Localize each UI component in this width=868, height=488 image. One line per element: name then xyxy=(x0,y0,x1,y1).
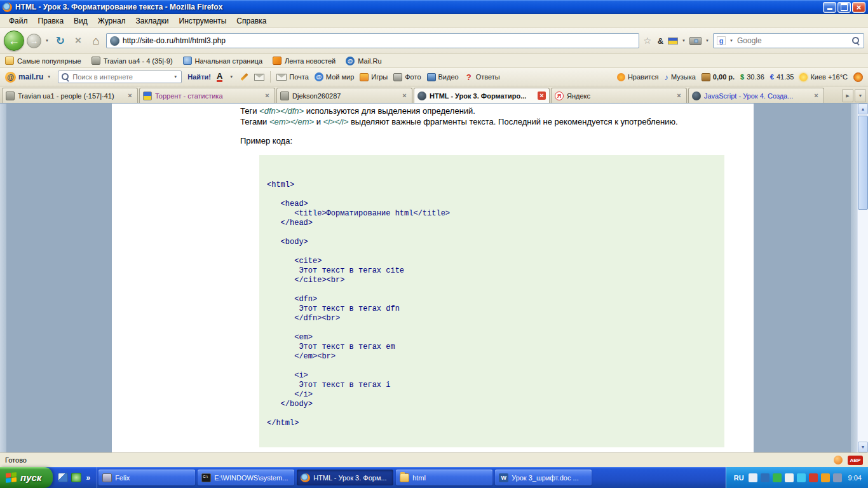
quick-launch-overflow-icon[interactable] xyxy=(85,473,92,482)
tab-scroll-right-icon[interactable] xyxy=(842,89,853,102)
menu-tools[interactable]: Инструменты xyxy=(174,15,232,27)
all-tabs-list-icon[interactable] xyxy=(855,89,866,102)
usd-rate[interactable]: $ 30.36 xyxy=(740,73,764,81)
globe-favicon xyxy=(417,92,426,100)
tray-icon[interactable] xyxy=(785,473,794,482)
tab-djekson[interactable]: Djekson260287 xyxy=(276,88,412,103)
mailru-search-dropdown-icon[interactable] xyxy=(172,74,179,80)
tray-icon[interactable] xyxy=(833,473,842,482)
tray-icon[interactable] xyxy=(809,473,818,482)
menu-bookmarks[interactable]: Закладки xyxy=(131,15,174,27)
screenshot-camera-icon[interactable] xyxy=(689,37,702,45)
translator-flag-icon[interactable] xyxy=(668,37,678,44)
bookmark-news-feed[interactable]: Лента новостей xyxy=(273,57,336,65)
tab-close-icon[interactable] xyxy=(126,92,134,100)
home-button[interactable] xyxy=(88,33,104,48)
menu-view[interactable]: Вид xyxy=(69,15,93,27)
translator-dropdown-icon[interactable] xyxy=(681,37,687,44)
refresh-button[interactable] xyxy=(53,33,68,48)
menu-history[interactable]: Журнал xyxy=(93,15,131,27)
bookmark-mailru[interactable]: Mail.Ru xyxy=(346,57,381,65)
scroll-up-icon[interactable] xyxy=(858,104,868,114)
tab-html-lesson[interactable]: HTML - Урок 3. Форматиро... xyxy=(414,88,550,103)
taskbar-button-cmd[interactable]: E:\WINDOWS\system... xyxy=(198,470,294,485)
tab-close-icon[interactable] xyxy=(675,92,683,100)
mailru-link-music[interactable]: Музыка xyxy=(664,72,695,82)
show-desktop-icon[interactable] xyxy=(58,473,68,482)
mailru-link-photo[interactable]: Фото xyxy=(393,73,421,81)
url-input[interactable] xyxy=(123,36,635,45)
system-tray: RU 9:04 xyxy=(726,467,868,488)
mailru-link-games[interactable]: Игры xyxy=(360,73,388,81)
tab-close-icon[interactable] xyxy=(812,92,820,100)
tray-icon[interactable] xyxy=(761,473,770,482)
tray-icon[interactable] xyxy=(749,473,757,482)
mailru-dropdown-icon[interactable] xyxy=(46,74,52,80)
clock[interactable]: 9:04 xyxy=(848,474,862,482)
bookmark-most-visited[interactable]: Самые популярные xyxy=(5,57,81,65)
taskbar-button-word-doc[interactable]: Урок 3_шрифт.doc ... xyxy=(495,470,592,485)
mailru-search-input[interactable] xyxy=(72,73,170,81)
stop-button[interactable] xyxy=(71,33,86,48)
scroll-down-icon[interactable] xyxy=(858,442,868,452)
taskbar-button-firefox[interactable]: HTML - Урок 3. Форм... xyxy=(297,470,393,485)
games-icon xyxy=(360,73,369,81)
back-button[interactable] xyxy=(4,30,24,51)
bookmark-homepage[interactable]: Начальная страница xyxy=(183,57,262,65)
menu-edit[interactable]: Правка xyxy=(33,15,69,27)
mailru-link-myworld[interactable]: Мой мир xyxy=(315,72,354,81)
quick-launch-app-icon[interactable] xyxy=(71,473,81,482)
menu-help[interactable]: Справка xyxy=(231,15,271,27)
bookmark-star-icon[interactable] xyxy=(642,36,653,46)
tab-close-icon[interactable] xyxy=(538,92,546,100)
addon-status-icon[interactable] xyxy=(834,456,843,464)
taskbar-button-felix[interactable]: Felix xyxy=(98,470,195,485)
pencil-icon[interactable] xyxy=(241,73,248,81)
font-highlight-icon[interactable] xyxy=(217,72,222,83)
eur-value: 41.35 xyxy=(776,73,794,81)
tray-icon[interactable] xyxy=(821,473,830,482)
history-dropdown-icon[interactable] xyxy=(44,37,50,44)
mailru-logo[interactable]: mail.ru xyxy=(5,72,52,83)
tab-yandex[interactable]: Яндекс xyxy=(551,88,687,103)
tab-label: Djekson260287 xyxy=(292,92,397,100)
mailru-link-like[interactable]: Нравится xyxy=(617,73,659,81)
google-engine-icon[interactable] xyxy=(717,36,726,45)
tab-travian[interactable]: Travian ua1 - people (-157|-41) xyxy=(2,88,138,103)
tray-icon[interactable] xyxy=(773,473,782,482)
taskbar-button-html-folder[interactable]: html xyxy=(396,470,492,485)
search-input[interactable] xyxy=(737,36,849,45)
bookmark-travian[interactable]: Travian ua4 - 4 (35|-9) xyxy=(92,57,173,65)
minimize-button[interactable] xyxy=(823,2,836,13)
maximize-button[interactable] xyxy=(837,2,851,13)
mailru-balance[interactable]: 0,00 р. xyxy=(702,73,735,81)
mailru-link-mail[interactable]: Почта xyxy=(276,73,309,81)
search-engine-dropdown-icon[interactable] xyxy=(728,37,735,44)
eur-rate[interactable]: € 41.35 xyxy=(770,73,794,81)
search-magnifier-icon[interactable] xyxy=(851,36,860,45)
screenshot-dropdown-icon[interactable] xyxy=(704,37,710,44)
wallet-icon xyxy=(702,73,710,81)
mailru-link-answers[interactable]: Ответы xyxy=(465,73,500,81)
language-indicator[interactable]: RU xyxy=(734,474,745,482)
mailru-link-video[interactable]: Видео xyxy=(427,73,459,81)
menu-file[interactable]: Файл xyxy=(4,15,33,27)
ampersand-addon-icon[interactable] xyxy=(656,36,665,46)
tab-close-icon[interactable] xyxy=(400,92,409,100)
mailru-settings-icon[interactable] xyxy=(853,72,863,82)
adblock-plus-icon[interactable]: ABP xyxy=(848,456,863,465)
scrollbar-track[interactable] xyxy=(858,114,868,442)
mailru-find-button[interactable]: Найти! xyxy=(187,73,211,81)
vertical-scrollbar[interactable] xyxy=(857,104,868,452)
font-tool-dropdown-icon[interactable] xyxy=(228,74,234,80)
envelope-icon[interactable] xyxy=(254,74,264,81)
scrollbar-thumb[interactable] xyxy=(858,116,868,210)
close-button[interactable] xyxy=(852,2,865,13)
tab-torrent[interactable]: Торрент - статистика xyxy=(139,88,275,103)
tray-icon[interactable] xyxy=(797,473,806,482)
weather-widget[interactable]: Киев +16°C xyxy=(799,73,848,81)
tab-javascript-lesson[interactable]: JavaScript - Урок 4. Созда... xyxy=(688,88,824,103)
forward-button[interactable] xyxy=(27,34,41,48)
start-button[interactable]: пуск xyxy=(0,467,53,488)
tab-close-icon[interactable] xyxy=(263,92,271,100)
